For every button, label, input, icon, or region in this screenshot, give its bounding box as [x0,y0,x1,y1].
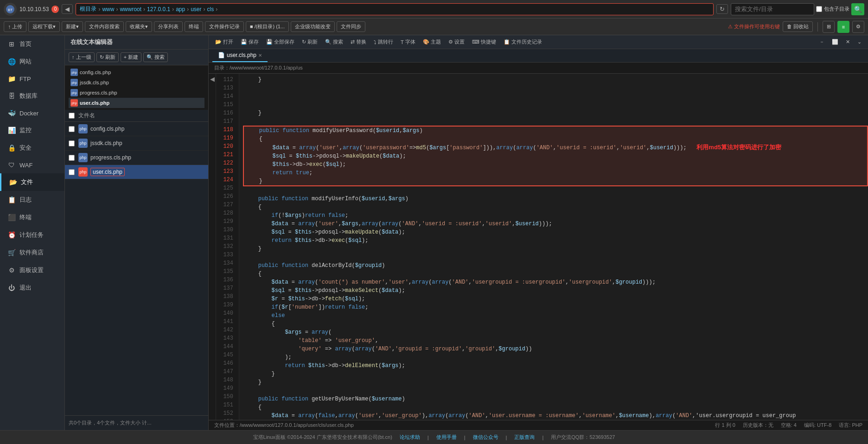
code-line: { [243,270,868,278]
sidebar-item-terminal[interactable]: ⬛ 终端 [0,209,64,226]
sidebar-item-home[interactable]: ⊞ 首页 [0,35,64,53]
line-number: 143 [220,334,235,343]
notification-badge[interactable]: 0 [51,6,59,13]
minimize-button[interactable]: － [817,37,827,47]
remote-download-button[interactable]: 远程下载▾ [28,21,60,32]
sidebar-item-ftp[interactable]: 📁 FTP [0,70,64,87]
go-up-button[interactable]: ↑ 上一级 [69,52,95,62]
close-tab-button[interactable]: ✕ [258,53,262,58]
shortcuts-icon: ⌨ [472,39,479,45]
editor-search-button[interactable]: 🔍 搜索 [322,37,346,47]
root-dir-button[interactable]: ■ /(根目录) (1... [246,21,289,32]
editor-path-bar: 目录：/www/wwwroot/127.0.0.1/app/us [209,63,868,74]
file-icon-jssdk: php [78,139,88,148]
tree-item-jssdk[interactable]: php jssdk.cls.php [69,77,204,88]
code-content[interactable]: } } public function modifyUserPassword($… [239,74,868,420]
new-file-button[interactable]: + 新建 [121,52,141,62]
line-number: 123 [220,167,235,176]
collapse-button[interactable]: ◀ [209,76,217,82]
file-ops-warning: ⚠ 文件操作可使用右键 [728,23,780,30]
search-button[interactable]: 🔍 [851,3,864,15]
sidebar-item-docker[interactable]: 🐳 Docker [0,105,64,121]
terminal-button[interactable]: 终端 [185,21,203,32]
theme-button[interactable]: 🎨 主题 [420,37,444,47]
share-list-button[interactable]: 分享列表 [154,21,183,32]
sidebar-label-security: 安全 [19,144,32,152]
favorites-button[interactable]: 收藏夹▾ [126,21,152,32]
line-number: 141 [220,317,235,326]
search-subdir-checkbox[interactable] [816,6,822,12]
editor-settings-button[interactable]: ⚙ 设置 [446,37,467,47]
path-cls: cls [207,6,214,13]
search-bar: 包含子目录 🔍 [731,3,864,15]
sidebar-item-monitor[interactable]: 📊 监控 [0,121,64,139]
expand-button[interactable]: ⌄ [855,37,864,47]
upload-button[interactable]: ↑上传 [4,21,26,32]
tree-item-progress[interactable]: php progress.cls.php [69,88,204,98]
editor-tab-user[interactable]: 📄 user.cls.php ✕ [212,49,268,62]
sidebar-item-files[interactable]: 📂 文件 [0,173,64,191]
editor-area: 📂 打开 💾 保存 💾 全部保存 ↻ 刷新 🔍 搜索 ⇄ 替换 ⤵ 跳转行 T … [209,35,868,430]
font-button[interactable]: T 字体 [398,37,418,47]
file-checkbox-progress[interactable] [69,155,75,161]
goto-line-button[interactable]: ⤵ 跳转行 [371,37,396,47]
file-checkbox-user[interactable] [69,169,75,175]
history-button[interactable]: 📋 文件历史记录 [501,37,545,47]
tree-item-jssdk-label: jssdk.cls.php [80,80,109,85]
sidebar-item-panel-settings[interactable]: ⚙ 面板设置 [0,261,64,279]
line-number: 115 [220,101,235,109]
file-item-jssdk[interactable]: php jssdk.cls.php [65,136,208,151]
file-item-config[interactable]: php config.cls.php [65,122,208,136]
footer-link-manual[interactable]: 使用手册 [436,434,457,441]
sidebar-item-logs[interactable]: 📋 日志 [0,191,64,209]
file-item-progress[interactable]: php progress.cls.php [65,151,208,165]
sidebar-label-waf: WAF [19,162,32,169]
new-button[interactable]: 新建▾ [62,21,83,32]
footer-link-forum[interactable]: 论坛求助 [400,434,420,441]
tree-item-user[interactable]: php user.cls.php [69,98,204,108]
list-view-button[interactable]: ≡ [837,21,849,33]
file-ops-button[interactable]: 文件操作记录 [205,21,244,32]
close-button[interactable]: ✕ [843,37,853,47]
search-files-button[interactable]: 🔍 搜索 [143,52,168,62]
line-number: 147 [220,368,235,376]
waf-icon: 🛡 [7,161,16,169]
path-refresh-button[interactable]: ↻ [716,4,728,14]
nav-back-button[interactable]: ◀ [62,4,73,14]
enterprise-button[interactable]: 企业级功能改变 [291,21,335,32]
file-item-user[interactable]: php user.cls.php [65,165,208,179]
file-checkbox-config[interactable] [69,126,75,132]
sidebar-item-database[interactable]: 🗄 数据库 [0,87,64,105]
maximize-button[interactable]: ⬜ [829,37,841,47]
sidebar-item-cron[interactable]: ⏰ 计划任务 [0,226,64,244]
footer-link-wechat[interactable]: 微信公众号 [473,434,498,441]
file-tree: php config.cls.php php jssdk.cls.php php… [65,65,208,110]
sidebar-item-website[interactable]: 🌐 网站 [0,53,64,70]
save-button[interactable]: 💾 保存 [238,37,262,47]
file-sync-button[interactable]: 文件同步 [337,21,365,32]
file-search-button[interactable]: 文件内容搜索 [85,21,124,32]
search-input[interactable] [731,3,814,15]
editor-refresh-button[interactable]: ↻ 刷新 [299,37,320,47]
refresh-files-button[interactable]: ↻ 刷新 [96,52,119,62]
path-www: www [102,6,114,13]
line-numbers: 1121131141151161171181191201211221231241… [216,74,239,420]
footer-link-license[interactable]: 正版查询 [514,434,535,441]
php-icon-active: php [70,99,78,107]
settings-button[interactable]: ⚙ [852,21,864,33]
recycle-bin-button[interactable]: 🗑 回收站 [783,21,813,32]
sidebar-item-logout[interactable]: ⏻ 退出 [0,279,64,297]
select-all-checkbox[interactable] [69,113,75,119]
grid-view-button[interactable]: ⊞ [823,21,835,33]
save-all-button[interactable]: 💾 全部保存 [263,37,297,47]
sidebar-item-waf[interactable]: 🛡 WAF [0,157,64,173]
sidebar-item-security[interactable]: 🔒 安全 [0,139,64,157]
tree-item-config[interactable]: php config.cls.php [69,67,204,77]
shortcuts-button[interactable]: ⌨ 快捷键 [469,37,499,47]
replace-button[interactable]: ⇄ 替换 [348,37,369,47]
path-bar[interactable]: 根目录 › www › wwwroot › 127.0.0.1 › app › … [76,3,714,15]
open-button[interactable]: 📂 打开 [212,37,236,47]
file-checkbox-jssdk[interactable] [69,140,75,146]
server-ip: 10.10.10.53 [19,6,49,13]
sidebar-item-store[interactable]: 🛒 软件商店 [0,244,64,261]
